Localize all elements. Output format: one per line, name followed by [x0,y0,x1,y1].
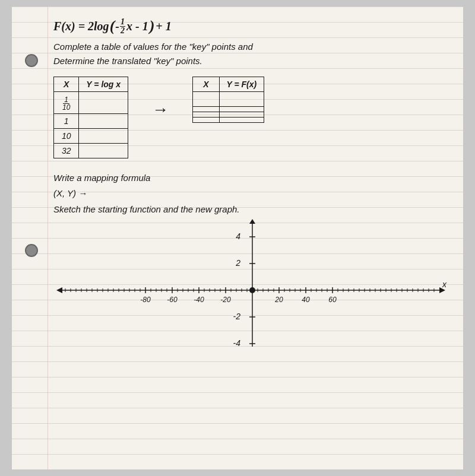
right-row2-y [219,107,264,112]
mapping-formula: (X, Y) → [53,186,451,201]
ruled-line [12,361,463,362]
table-row [193,112,264,118]
left-table-col-y: Y = log x [79,77,128,92]
coordinate-graph: 4 2 -2 -4 -80 [56,219,448,350]
ruled-line [12,439,463,439]
neg-sign: - [115,20,119,33]
instruction-text: Complete a table of values for the "key"… [53,40,451,68]
y-label-2: 2 [235,258,240,268]
table-row [193,107,264,112]
ruled-line [12,423,463,424]
graph-section: Sketch the starting function and the new… [53,204,451,350]
left-row4-y [79,144,128,158]
formula-display: F(x) = 2log ( - 1 2 x - 1 ) + 1 [53,17,451,35]
left-row3-x: 10 [54,129,79,144]
y-axis-arrow-up [249,219,255,224]
right-table-col-y: Y = F(x) [219,77,264,92]
right-row1-x [193,92,219,107]
right-row3-y [219,112,264,118]
right-table-col-x: X [193,77,219,92]
frac-denominator: 2 [120,27,125,35]
notebook-page: F(x) = 2log ( - 1 2 x - 1 ) + 1 Complete… [12,7,463,469]
x-label-neg20: -20 [220,296,231,304]
x-axis-arrow-left [56,287,62,293]
x-label-neg80: -80 [140,296,151,304]
table-row [193,118,264,123]
right-row4-x [193,118,219,123]
tables-section: X Y = log x 1 10 1 [53,77,451,158]
left-row3-y [79,129,128,144]
main-content: F(x) = 2log ( - 1 2 x - 1 ) + 1 Complete… [53,17,451,350]
transform-arrow: → [146,88,175,131]
right-row2-x [193,107,219,112]
table-row: 10 [54,129,128,144]
mapping-label: Write a mapping formula [53,170,451,186]
paren-close: ) [150,17,155,35]
x-label-neg40: -40 [194,296,204,304]
right-row4-y [219,118,264,123]
binder-hole-top [25,54,38,67]
left-row1-y [79,92,128,114]
ruled-line [12,408,463,408]
mapping-section: Write a mapping formula (X, Y) → [53,170,451,201]
frac-numerator: 1 [120,18,125,27]
fraction-half: 1 2 [120,18,125,35]
x-label-60: 60 [328,296,337,304]
ruled-line [12,377,463,377]
right-row1-y [219,92,264,107]
ruled-line [12,392,463,393]
left-row1-x: 1 10 [54,92,79,114]
instruction-line1: Complete a table of values for the "key"… [53,40,451,54]
y-label-neg4: -4 [233,338,241,348]
ruled-line [12,454,463,455]
right-table: X Y = F(x) [192,77,264,123]
margin-line [48,7,48,469]
right-row3-x [193,112,219,118]
x-label-neg60: -60 [167,296,178,304]
table-row: 1 10 [54,92,128,114]
binder-hole-middle [25,244,38,257]
sketch-label: Sketch the starting function and the new… [53,204,451,214]
left-table: X Y = log x 1 10 1 [53,77,128,158]
frac-10: 10 [61,104,71,111]
instruction-line2: Determine the translated "key" points. [53,54,451,68]
y-label-neg2: -2 [233,312,241,321]
ruled-line [12,7,463,7]
fraction-tenth: 1 10 [61,96,71,111]
graph-svg: 4 2 -2 -4 -80 [56,219,448,350]
left-row4-x: 32 [54,144,79,158]
y-label-4: 4 [236,231,240,241]
origin-dot [249,287,255,293]
formula-fx: F(x) = 2log [53,20,109,33]
table-row: 32 [54,144,128,158]
left-row2-x: 1 [54,114,79,129]
table-row: 1 [54,114,128,129]
left-table-col-x: X [54,77,79,92]
table-row [193,92,264,107]
x-axis-label: x [442,280,447,289]
x-label-20: 20 [274,296,283,304]
paren-open: ( [110,17,115,35]
plus-one: + 1 [156,20,171,33]
x-label-40: 40 [302,296,310,304]
left-row2-y [79,114,128,129]
x-term: x - 1 [126,20,148,33]
